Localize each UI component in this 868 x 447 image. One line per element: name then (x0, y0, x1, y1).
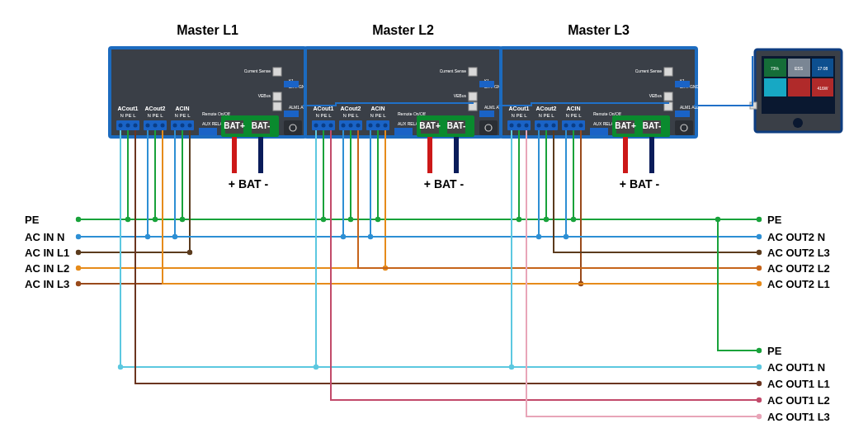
mon-time: 17:08 (818, 66, 828, 71)
unit-title: Master L3 (568, 23, 630, 37)
svg-point-11 (322, 124, 326, 128)
junction-node (341, 234, 346, 239)
cs-port (469, 68, 477, 76)
bus-label: AC OUT1 N (767, 361, 825, 374)
svg-point-6 (173, 124, 177, 128)
port-label: ACout1 (509, 106, 530, 111)
bat-pos-wire (232, 137, 237, 173)
svg-point-22 (525, 124, 529, 128)
svg-point-3 (146, 124, 150, 128)
bus-label: AC OUT2 N (767, 231, 825, 243)
bat-pos-label: BAT+ (615, 121, 636, 130)
svg-rect-35 (764, 78, 786, 96)
bat-label: + BAT - (229, 177, 269, 191)
aux-terminal (394, 128, 413, 135)
svg-point-26 (564, 124, 568, 128)
power-panel (284, 120, 302, 135)
wiring-diagram: Master L1ACout1N PE LACout2N PE LACINN P… (0, 0, 868, 447)
bat-neg-wire (454, 137, 459, 173)
vebus-label: VEBus (649, 93, 663, 98)
power-panel (479, 120, 498, 135)
alm-terminal (479, 111, 494, 117)
units: Master L1ACout1N PE LACout2N PE LACINN P… (110, 23, 711, 191)
junction-node (321, 217, 326, 222)
svg-point-1 (126, 124, 130, 128)
svg-point-0 (119, 124, 123, 128)
vebus-port2 (273, 102, 281, 111)
bus-acout2-l3 (554, 130, 759, 252)
bus-pe-bot (718, 219, 759, 351)
bat-pos-wire (427, 137, 432, 173)
port-sublabel: N PE L (511, 113, 527, 118)
svg-point-25 (552, 124, 556, 128)
port-sublabel: N PE L (538, 113, 554, 118)
bus-label: AC OUT2 L2 (767, 262, 830, 275)
bus-label: AC IN L1 (25, 247, 69, 259)
junction-node (125, 217, 130, 222)
bat-label: + BAT - (620, 177, 660, 191)
svg-point-7 (181, 124, 185, 128)
junction-node (757, 217, 762, 222)
svg-point-23 (537, 124, 541, 128)
port-sublabel: N PE L (120, 113, 136, 118)
bus-label: AC OUT1 L3 (767, 411, 830, 423)
svg-point-18 (384, 124, 388, 128)
bus-label: AC OUT1 L1 (767, 378, 830, 390)
inverter-unit: Master L2ACout1N PE LACout2N PE LACINN P… (305, 23, 516, 191)
k1-terminal (675, 81, 690, 87)
mon-pct: 73% (771, 66, 780, 71)
svg-point-15 (356, 124, 361, 128)
junction-node (509, 365, 514, 369)
k1-terminal (479, 81, 494, 87)
alm-terminal (284, 111, 299, 117)
svg-rect-36 (788, 78, 810, 96)
junction-node (153, 217, 158, 222)
junction-node (536, 234, 541, 239)
junction-node (180, 217, 185, 222)
alm-terminal (675, 111, 690, 117)
port-sublabel: N PE L (147, 113, 163, 118)
svg-point-5 (161, 124, 165, 128)
aux-terminal (590, 128, 608, 135)
bus-label: AC OUT2 L3 (767, 247, 830, 259)
vebus-port1 (469, 92, 477, 101)
bat-label: + BAT - (424, 177, 465, 191)
cs-port (664, 68, 672, 76)
bus-label: PE (767, 214, 782, 226)
svg-point-8 (188, 124, 192, 128)
bus-label: AC OUT1 L2 (767, 394, 830, 407)
svg-point-17 (376, 124, 380, 128)
cs-label: Current Sense (440, 68, 466, 73)
bus-lines: PEPEAC IN NAC IN L1AC IN L2AC IN L3AC OU… (25, 130, 830, 423)
bus-acout2-l2 (358, 130, 759, 268)
bat-neg-wire (649, 137, 654, 173)
junction-node (571, 217, 576, 222)
bat-pos-label: BAT+ (419, 121, 441, 130)
junction-node (118, 365, 123, 369)
port-sublabel: N PE L (370, 113, 386, 118)
bus-acin-l3 (78, 130, 581, 284)
bus-label: AC IN L2 (25, 262, 69, 275)
bus-acout1-l1 (135, 130, 759, 383)
bus-acout1-l2 (331, 130, 759, 400)
unit-title: Master L2 (372, 23, 434, 37)
bus-label: AC OUT2 L1 (767, 278, 830, 290)
mon-ess: ESS (795, 66, 804, 71)
bus-label: PE (767, 345, 782, 357)
mon-red: 416W (817, 86, 828, 91)
monitor-unit: 73% ESS 17:08 416W (750, 49, 842, 132)
port-label: ACIN (175, 106, 189, 111)
port-label: ACout2 (341, 106, 361, 111)
port-sublabel: N PE L (174, 113, 191, 118)
bat-neg-label: BAT- (643, 121, 662, 130)
unit-title: Master L1 (177, 23, 238, 37)
bus-label: AC IN L3 (25, 278, 69, 290)
power-panel (675, 120, 693, 135)
aux-terminal (199, 128, 217, 135)
svg-point-27 (572, 124, 576, 128)
port-label: ACout1 (118, 106, 139, 111)
port-label: ACIN (370, 106, 384, 111)
svg-point-20 (510, 124, 514, 128)
bat-neg-label: BAT- (447, 121, 466, 130)
port-label: ACIN (566, 106, 580, 111)
